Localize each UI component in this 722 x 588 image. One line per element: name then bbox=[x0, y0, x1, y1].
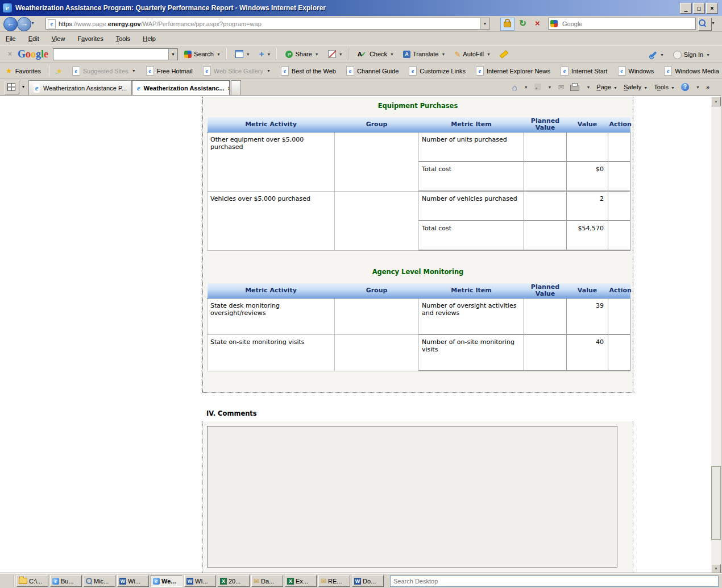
favorites-link-free-hotmail[interactable]: eFree Hotmail bbox=[146, 67, 193, 76]
tools-menu-button[interactable]: Tools ▼ bbox=[654, 84, 675, 90]
taskbar-button-word-3[interactable]: WDo... bbox=[352, 575, 384, 587]
mail-icon: ✉ bbox=[254, 577, 259, 585]
scroll-up-button[interactable]: ▲ bbox=[711, 97, 721, 106]
comments-textarea[interactable] bbox=[207, 426, 617, 568]
menu-view[interactable]: View bbox=[52, 35, 65, 42]
close-button[interactable]: × bbox=[706, 3, 718, 14]
help-dropdown-icon[interactable]: ▼ bbox=[696, 85, 700, 89]
taskbar-button-word-1[interactable]: WWi... bbox=[117, 575, 149, 587]
tab-weatherization-1[interactable]: e Weatherization Assistance P... bbox=[28, 80, 132, 95]
translate-button[interactable]: ATranslate▼ bbox=[400, 49, 448, 59]
safety-menu-button[interactable]: Safety ▼ bbox=[624, 84, 648, 90]
planned-value-cell bbox=[524, 221, 567, 250]
taskbar-button-ie-1[interactable]: eBu... bbox=[50, 575, 82, 587]
quick-tabs-button[interactable] bbox=[5, 81, 19, 94]
section-title-equipment-purchases: Equipment Purchases bbox=[203, 97, 633, 110]
search-desktop-input[interactable] bbox=[390, 575, 719, 587]
toolbar-options-button[interactable]: ▼ bbox=[647, 52, 667, 58]
menu-favorites[interactable]: Favorites bbox=[77, 35, 103, 42]
home-icon[interactable]: ⌂ bbox=[512, 82, 517, 92]
address-bar[interactable]: e https://www.page.energy.gov/WAP/Perfor… bbox=[45, 18, 490, 30]
url-subdomain: ://www.page. bbox=[72, 20, 108, 27]
favorites-link-windows-media[interactable]: eWindows Media bbox=[664, 67, 719, 76]
google-search-button[interactable]: Search▼ bbox=[181, 49, 223, 59]
google-toolbar-search-input[interactable] bbox=[53, 49, 168, 59]
highlighter-button[interactable] bbox=[497, 51, 511, 57]
share-button[interactable]: ⇄Share▼ bbox=[283, 49, 321, 59]
favorites-link-customize-links[interactable]: eCustomize Links bbox=[409, 67, 466, 76]
search-go-button[interactable] bbox=[698, 18, 712, 31]
equipment-purchases-table: Metric Activity Group Metric Item Planne… bbox=[207, 117, 630, 251]
mail-icon[interactable]: ✉ bbox=[558, 83, 565, 92]
taskbar-button-mail-1[interactable]: ✉Da... bbox=[251, 575, 283, 587]
add-button[interactable]: +▼ bbox=[256, 49, 274, 59]
autofill-button[interactable]: ✎AutoFill▼ bbox=[451, 49, 493, 60]
ie-favicon: e bbox=[137, 84, 140, 93]
refresh-button[interactable]: ↻ bbox=[516, 18, 529, 30]
favorites-link-channel-guide[interactable]: eChannel Guide bbox=[346, 67, 399, 76]
home-dropdown-icon[interactable]: ▼ bbox=[524, 85, 528, 89]
stop-button[interactable]: × bbox=[531, 18, 544, 30]
vertical-scrollbar[interactable]: ▲ ▼ bbox=[711, 97, 721, 574]
favorites-link-best-of-the-web[interactable]: eBest of the Web bbox=[281, 67, 336, 76]
feeds-icon[interactable] bbox=[534, 84, 541, 90]
bookmarks-button[interactable]: ▼ bbox=[233, 49, 253, 59]
add-to-favorites-bar-button[interactable]: ★← bbox=[56, 67, 63, 75]
taskbar-button-mail-2[interactable]: ✉RE... bbox=[318, 575, 350, 587]
taskbar-button-ie-active[interactable]: eWe... bbox=[151, 575, 182, 587]
print-dropdown-icon[interactable]: ▼ bbox=[586, 85, 590, 89]
help-icon[interactable]: ? bbox=[681, 83, 689, 91]
tab-weatherization-2[interactable]: e Weatherization Assistanc... × bbox=[132, 80, 230, 95]
search-provider-dropdown-icon[interactable]: ▼ bbox=[711, 21, 715, 25]
recent-pages-dropdown-icon[interactable]: ▼ bbox=[31, 21, 35, 25]
menu-file[interactable]: File bbox=[6, 35, 16, 42]
scrollbar-thumb[interactable] bbox=[711, 466, 721, 540]
favorites-button[interactable]: ★Favorites bbox=[6, 67, 41, 75]
taskbar-button-excel-2[interactable]: XEx... bbox=[285, 575, 317, 587]
page-menu-button[interactable]: Page ▼ bbox=[596, 84, 617, 90]
new-tab-stub[interactable] bbox=[231, 80, 241, 95]
taskbar-button-word-2[interactable]: WWI... bbox=[184, 575, 216, 587]
taskbar-button-explorer[interactable]: C:\... bbox=[16, 575, 48, 587]
col-group: Group bbox=[335, 117, 419, 132]
sign-in-button[interactable]: Sign In▼ bbox=[670, 49, 713, 60]
feeds-dropdown-icon[interactable]: ▼ bbox=[548, 85, 552, 89]
favorites-link-web-slice-gallery[interactable]: eWeb Slice Gallery▼ bbox=[203, 67, 271, 76]
menu-tools[interactable]: Tools bbox=[116, 35, 131, 42]
ie-icon: e bbox=[52, 578, 59, 585]
search-box[interactable] bbox=[548, 18, 696, 30]
toolbar-close-icon[interactable]: × bbox=[8, 50, 12, 58]
taskbar-button-excel-1[interactable]: X20... bbox=[218, 575, 250, 587]
popup-blocker-button[interactable]: ▼ bbox=[325, 49, 346, 59]
tab-close-icon[interactable]: × bbox=[228, 85, 230, 92]
ie-favicon: e bbox=[34, 84, 40, 93]
search-input[interactable] bbox=[561, 20, 695, 28]
url-scheme: https bbox=[59, 20, 72, 27]
favorites-link-windows[interactable]: eWindows bbox=[618, 67, 654, 76]
spellcheck-button[interactable]: A✓Check▼ bbox=[355, 49, 397, 59]
tab-list-dropdown-icon[interactable]: ▼ bbox=[19, 81, 27, 93]
search-history-dropdown-icon[interactable]: ▼ bbox=[168, 49, 177, 60]
back-button[interactable]: ← bbox=[3, 17, 18, 31]
print-icon[interactable] bbox=[570, 85, 579, 91]
scroll-down-button[interactable]: ▼ bbox=[711, 564, 721, 574]
google-toolbar: × Google ▼ Search▼ ▼ +▼ ⇄Share▼ ▼ A✓Chec… bbox=[0, 45, 722, 63]
favorites-link-internet-start[interactable]: eInternet Start bbox=[561, 67, 608, 76]
planned-value-cell bbox=[524, 191, 567, 221]
favorites-link-ie-news[interactable]: eInternet Explorer News bbox=[476, 67, 550, 76]
highlighter-icon bbox=[499, 49, 508, 58]
maximize-button[interactable]: □ bbox=[693, 3, 705, 14]
translate-icon: A bbox=[403, 51, 410, 58]
quick-tabs-icon bbox=[7, 83, 15, 91]
forward-button[interactable]: → bbox=[17, 17, 31, 31]
security-lock-button[interactable] bbox=[500, 18, 514, 31]
menu-help[interactable]: Help bbox=[143, 35, 156, 42]
menu-edit[interactable]: Edit bbox=[28, 35, 39, 42]
minimize-button[interactable]: _ bbox=[680, 3, 692, 14]
url-history-dropdown-button[interactable]: ▼ bbox=[480, 18, 489, 29]
toolbar-overflow-icon[interactable]: » bbox=[706, 84, 709, 90]
taskbar-button-microsoft-app[interactable]: Mic... bbox=[84, 575, 115, 587]
favorites-link-suggested-sites[interactable]: eSuggested Sites▼ bbox=[72, 67, 136, 76]
google-toolbar-search-box[interactable]: ▼ bbox=[53, 48, 178, 60]
pencil-icon: ✎ bbox=[454, 50, 460, 59]
